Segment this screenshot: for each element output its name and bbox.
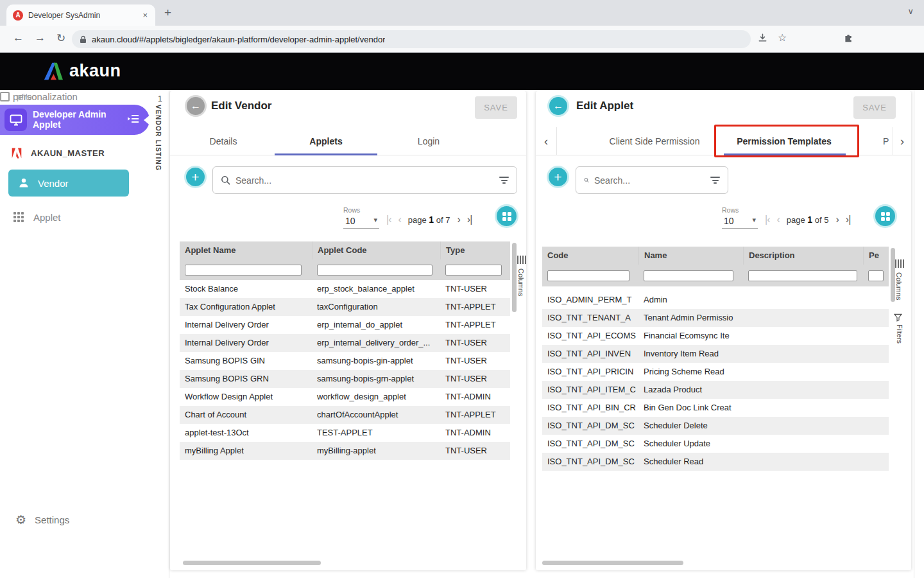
sidebar-applet-pill[interactable]: Developer Admin Applet	[0, 105, 150, 135]
funnel-icon[interactable]	[894, 313, 902, 322]
url-bar[interactable]: akaun.cloud/#/applets/bigledger/akaun-pl…	[72, 30, 751, 48]
table-row[interactable]: Internal Delivery Ordererp_internal_deli…	[180, 334, 510, 352]
tab-label: P	[883, 136, 889, 146]
table-row[interactable]: ISO_TNT_API_DM_SCScheduler Update	[542, 435, 889, 453]
tab-login[interactable]: Login	[377, 127, 480, 155]
tabs-scroll-left-icon[interactable]: ‹	[536, 127, 557, 155]
filter-icon[interactable]	[499, 175, 509, 186]
columns-grip-icon[interactable]	[517, 256, 526, 264]
last-page-icon[interactable]: ›|	[467, 214, 472, 229]
table-row[interactable]: Internal Delivery Ordererp_internal_do_a…	[180, 316, 510, 334]
new-tab-button[interactable]: +	[164, 6, 171, 20]
filter-input[interactable]	[748, 270, 857, 281]
tab-details[interactable]: Details	[172, 127, 275, 155]
grid-view-button[interactable]	[495, 204, 518, 228]
search-bar[interactable]	[576, 166, 728, 194]
tabs-scroll-right-icon[interactable]: ›	[893, 127, 911, 155]
column-header[interactable]: Applet Code	[312, 241, 440, 259]
horizontal-scrollbar[interactable]	[542, 561, 683, 565]
annotation-highlight	[714, 125, 859, 157]
columns-strip-label[interactable]: Columns	[517, 268, 525, 296]
filter-input[interactable]	[547, 270, 629, 281]
table-row[interactable]: Samsung BOPIS GINsamsung-bopis-gin-apple…	[180, 352, 510, 370]
collapse-menu-icon[interactable]	[127, 113, 140, 127]
forward-nav-icon[interactable]: →	[35, 31, 46, 44]
extensions-puzzle-icon[interactable]	[843, 32, 854, 43]
vertical-scrollbar[interactable]	[512, 243, 517, 312]
downloads-icon[interactable]	[757, 33, 768, 44]
vertical-scrollbar[interactable]	[891, 248, 895, 302]
table-row[interactable]: Samsung BOPIS GRNsamsung-bopis-grn-apple…	[180, 370, 510, 388]
checkbox[interactable]	[0, 92, 10, 101]
rows-per-page[interactable]: Rows 10 ▾	[722, 206, 758, 229]
sidebar-item-applet[interactable]: Applet	[13, 207, 61, 227]
table-row[interactable]: myBilling AppletmyBilling-appletTNT-USER	[180, 442, 510, 460]
grid-view-button[interactable]	[873, 204, 897, 228]
page-scrollbar[interactable]	[914, 90, 914, 578]
column-header[interactable]: Pe	[863, 247, 889, 265]
add-button[interactable]: +	[184, 166, 207, 188]
filter-input[interactable]	[185, 265, 302, 276]
browser-tab[interactable]: A Developer SysAdmin ×	[6, 4, 155, 26]
bookmark-star-icon[interactable]: ☆	[778, 31, 787, 44]
tab-partial[interactable]: P	[883, 127, 893, 155]
column-header[interactable]: Code	[542, 247, 638, 265]
filters-strip-label[interactable]: Filters	[896, 324, 903, 344]
reload-icon[interactable]: ↻	[56, 31, 65, 45]
column-header[interactable]: Applet Name	[180, 241, 312, 259]
table-row[interactable]: ISO_TNT_API_ECOMSFinancial Ecomsync Ite	[542, 327, 889, 345]
table-row[interactable]: Stock Balanceerp_stock_balance_appletTNT…	[180, 280, 510, 298]
sidebar-item-akaun-master[interactable]: AKAUN_MASTER	[10, 147, 105, 159]
tab-applets[interactable]: Applets	[275, 127, 377, 155]
sidebar-item-personalization[interactable]: personalization pfile	[0, 90, 116, 104]
table-row[interactable]: ISO_TNT_API_ITEM_CLazada Product	[542, 381, 889, 399]
horizontal-scrollbar[interactable]	[183, 561, 321, 565]
filter-input[interactable]	[317, 265, 432, 276]
filter-input[interactable]	[445, 265, 502, 276]
table-row[interactable]: ISO_TNT_API_DM_SCScheduler Read	[542, 453, 889, 471]
tab-search-chevron-icon[interactable]: ∨	[907, 6, 914, 16]
prev-page-icon[interactable]: ‹	[398, 214, 400, 229]
table-row[interactable]: ISO_ADMIN_PERM_TAdmin	[542, 291, 889, 309]
filter-icon[interactable]	[710, 175, 720, 186]
table-row[interactable]: ISO_TNT_TENANT_ATenant Admin Permissio	[542, 309, 889, 327]
table-row[interactable]: Tax Configuration ApplettaxConfiguration…	[180, 298, 510, 316]
sidebar-item-vendor[interactable]: Vendor	[8, 170, 129, 197]
tab-close-icon[interactable]: ×	[141, 10, 149, 20]
filter-input[interactable]	[868, 270, 884, 281]
table-row[interactable]: ISO_TNT_API_INVENInventory Item Read	[542, 345, 889, 363]
rows-per-page[interactable]: Rows 10 ▾	[343, 206, 379, 229]
sidebar-item-settings[interactable]: ⚙ Settings	[15, 512, 69, 527]
next-page-icon[interactable]: ›	[835, 214, 838, 229]
table-row[interactable]: ISO_TNT_API_DM_SCScheduler Delete	[542, 417, 889, 435]
column-header[interactable]: Name	[638, 247, 743, 265]
rows-select[interactable]: 10 ▾	[722, 216, 758, 229]
prev-page-icon[interactable]: ‹	[776, 214, 779, 229]
search-input[interactable]	[235, 175, 499, 186]
back-button[interactable]: ←	[547, 95, 569, 117]
tab-client-side-permission[interactable]: Client Side Permission	[600, 127, 709, 155]
table-row[interactable]: ISO_TNT_API_BIN_CRBin Gen Doc Link Creat	[542, 399, 889, 417]
search-bar[interactable]	[212, 166, 517, 194]
add-button[interactable]: +	[547, 166, 569, 188]
table-row[interactable]: applet-test-13OctTEST-APPLETTNT-ADMIN	[180, 424, 510, 442]
rows-select[interactable]: 10 ▾	[343, 216, 379, 229]
save-button[interactable]: SAVE	[475, 96, 517, 119]
column-header[interactable]: Type	[440, 241, 510, 259]
first-page-icon[interactable]: |‹	[386, 214, 391, 229]
columns-strip-label[interactable]: Columns	[895, 272, 903, 300]
last-page-icon[interactable]: ›|	[846, 214, 850, 229]
table-cell: Pricing Scheme Read	[638, 363, 743, 381]
back-button[interactable]: ←	[185, 95, 207, 117]
columns-grip-icon[interactable]	[895, 259, 904, 268]
column-header[interactable]: Description	[743, 247, 863, 265]
table-row[interactable]: Chart of AccountchartOfAccountAppletTNT-…	[180, 406, 510, 424]
search-input[interactable]	[594, 175, 710, 186]
back-nav-icon[interactable]: ←	[13, 31, 24, 44]
first-page-icon[interactable]: |‹	[765, 214, 769, 229]
next-page-icon[interactable]: ›	[457, 214, 459, 229]
filter-input[interactable]	[644, 270, 733, 281]
table-row[interactable]: ISO_TNT_API_PRICINPricing Scheme Read	[542, 363, 889, 381]
table-row[interactable]: Workflow Design Appletworkflow_design_ap…	[180, 388, 510, 406]
save-button[interactable]: SAVE	[853, 96, 896, 119]
